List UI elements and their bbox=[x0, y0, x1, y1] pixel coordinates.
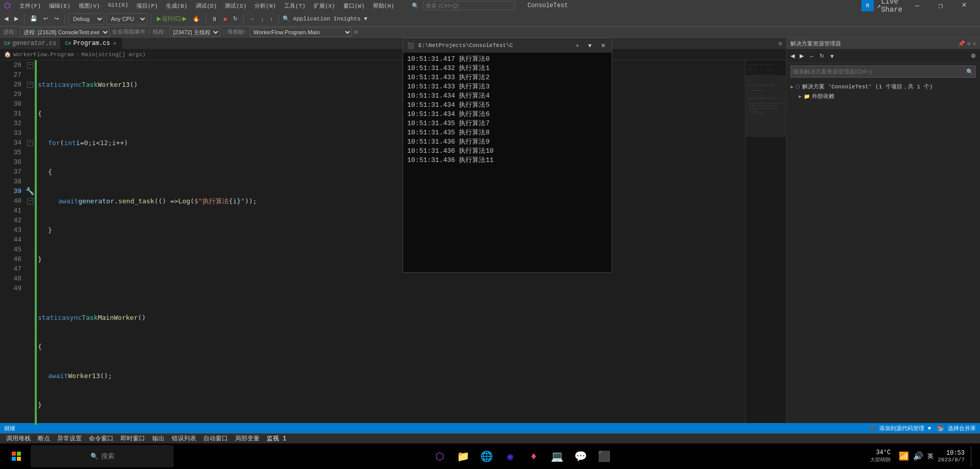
volume-icon[interactable]: 🔊 bbox=[913, 451, 923, 461]
live-share-btn[interactable]: ↗ Live Share bbox=[878, 0, 901, 11]
tab-command[interactable]: 命令窗口 bbox=[87, 433, 115, 444]
taskbar-powershell[interactable]: ⬛ bbox=[594, 445, 615, 467]
tab-breakpoints[interactable]: 断点 bbox=[36, 433, 52, 444]
tab-watch[interactable]: 监视 1 bbox=[265, 433, 288, 444]
fold-28[interactable]: − bbox=[27, 82, 33, 88]
tab-locals[interactable]: 局部变量 bbox=[233, 433, 262, 444]
console-dropdown-btn[interactable]: ▼ bbox=[585, 40, 595, 51]
code-content[interactable]: static async Task Worker13() { for (int … bbox=[36, 60, 745, 425]
attach-btn[interactable]: 🔥 bbox=[191, 13, 202, 25]
tab-close-btn[interactable]: ✕ bbox=[112, 40, 117, 47]
lang-indicator[interactable]: 英 bbox=[927, 452, 934, 461]
se-search-box[interactable]: 🔍 bbox=[790, 65, 976, 78]
taskbar-git[interactable]: ♦ bbox=[524, 445, 544, 467]
menu-git[interactable]: Git(G) bbox=[105, 2, 131, 10]
menu-test[interactable]: 测试(S) bbox=[222, 2, 249, 10]
menu-analyze[interactable]: 分析(N) bbox=[251, 2, 279, 10]
tab-output[interactable]: 输出 bbox=[150, 433, 167, 444]
tab-program-cs[interactable]: C# Program.cs ✕ bbox=[61, 38, 122, 49]
se-forward-btn[interactable]: ▶ bbox=[798, 51, 806, 62]
stack-dropdown[interactable]: WorkerFlow.Program.Main bbox=[250, 28, 352, 37]
minimap[interactable]: static async Task Worker13() { for (int … bbox=[745, 60, 786, 425]
start-button[interactable] bbox=[6, 445, 27, 467]
tab-generator-cs[interactable]: C# generator.cs bbox=[0, 38, 61, 49]
console-close-btn[interactable]: ✕ bbox=[599, 40, 608, 51]
pause-btn[interactable]: ⏸ bbox=[209, 13, 219, 25]
taskbar-chat[interactable]: 💬 bbox=[571, 445, 591, 467]
menu-edit[interactable]: 编辑(E) bbox=[46, 2, 74, 10]
taskbar-file-manager[interactable]: 📁 bbox=[453, 445, 474, 467]
maximize-btn[interactable]: ❐ bbox=[929, 0, 952, 11]
toolbar: ◀ ▶ 💾 ↩ ↪ Debug Any CPU ▶ 运行(C) ▶ 🔥 ⏸ ■ … bbox=[0, 11, 980, 27]
minimize-btn[interactable]: — bbox=[905, 0, 929, 11]
toolbar-sep-1 bbox=[24, 14, 25, 24]
tab-autos[interactable]: 自动窗口 bbox=[201, 433, 230, 444]
tab-immediate[interactable]: 即时窗口 bbox=[119, 433, 147, 444]
step-out-btn[interactable]: ↑ bbox=[268, 13, 275, 25]
console-new-tab-btn[interactable]: + bbox=[574, 40, 581, 51]
thread-dropdown[interactable]: [23472] 主线程 bbox=[170, 28, 220, 37]
select-repo-btn[interactable]: 📚 选择合并库 bbox=[937, 425, 976, 432]
fold-40[interactable]: − bbox=[27, 198, 33, 204]
search-button[interactable]: 🔍 搜索 bbox=[31, 445, 174, 467]
menu-view[interactable]: 视图(V) bbox=[76, 2, 103, 10]
stop-btn[interactable]: ■ bbox=[221, 13, 229, 25]
stack-settings-icon[interactable]: ⚙ bbox=[354, 29, 358, 35]
se-refresh-btn[interactable]: ↻ bbox=[818, 51, 826, 62]
redo-btn[interactable]: ↪ bbox=[52, 13, 61, 25]
fold-34[interactable]: − bbox=[27, 140, 33, 146]
lifecycle-btn[interactable]: 生命周期事件 bbox=[112, 28, 146, 36]
debug-mode-dropdown[interactable]: Debug bbox=[68, 13, 104, 25]
se-external-deps[interactable]: ▶ 📁 外部依赖 bbox=[786, 91, 980, 101]
code-editor[interactable]: 26 27 28 29 30 31 32 33 34 35 36 37 38 3… bbox=[0, 60, 786, 425]
global-search-input[interactable] bbox=[423, 1, 515, 10]
menu-help[interactable]: 帮助(H) bbox=[370, 2, 398, 10]
search-icon: 🔍 bbox=[90, 453, 98, 460]
step-into-btn[interactable]: ↓ bbox=[259, 13, 266, 25]
menu-build[interactable]: 生成(B) bbox=[163, 2, 191, 10]
taskbar-terminal[interactable]: 💻 bbox=[547, 445, 568, 467]
fold-26[interactable]: − bbox=[27, 62, 33, 68]
se-close-btn[interactable]: ✕ bbox=[972, 40, 976, 47]
tab-error-list[interactable]: 错误列表 bbox=[170, 433, 198, 444]
weather-widget: 34°C 大部晴朗 bbox=[870, 449, 891, 463]
add-source-control-btn[interactable]: ➕ 添加到源代码管理 ▼ bbox=[869, 425, 931, 432]
taskbar-edge[interactable]: 🌐 bbox=[477, 445, 497, 467]
se-filter-btn[interactable]: ▼ bbox=[827, 51, 837, 62]
se-settings-btn[interactable]: ⚙ bbox=[967, 40, 971, 47]
save-btn[interactable]: 💾 bbox=[28, 13, 39, 25]
back-btn[interactable]: ◀ bbox=[2, 13, 10, 25]
clock: 10:53 2023/8/7 bbox=[938, 450, 965, 463]
se-search-input[interactable] bbox=[793, 68, 966, 75]
tab-settings-btn[interactable]: ⚙ bbox=[775, 38, 786, 49]
se-back-btn[interactable]: ◀ bbox=[788, 51, 797, 62]
menu-tools[interactable]: 工具(T) bbox=[281, 2, 309, 10]
se-solution-item[interactable]: ▶ ⬡ 解决方案 'ConsoleTest' (1 个项目，共 1 个) bbox=[786, 82, 980, 91]
taskbar-dotnet[interactable]: ◉ bbox=[500, 445, 521, 467]
cpu-dropdown[interactable]: Any CPU bbox=[106, 13, 147, 25]
menu-window[interactable]: 窗口(W) bbox=[340, 2, 368, 10]
tab-exceptions[interactable]: 异常设置 bbox=[55, 433, 84, 444]
restart-btn[interactable]: ↻ bbox=[231, 13, 240, 25]
show-desktop-btn[interactable] bbox=[971, 446, 974, 466]
step-over-btn[interactable]: → bbox=[247, 13, 257, 25]
close-btn[interactable]: × bbox=[952, 0, 976, 11]
network-icon[interactable]: 📶 bbox=[899, 451, 909, 461]
se-props-btn[interactable]: ⚙ bbox=[969, 51, 978, 62]
se-pin-btn[interactable]: 📌 bbox=[958, 40, 965, 47]
console-output[interactable]: 10:51:31.417 执行算法0 10:51:31.432 执行算法1 10… bbox=[403, 53, 612, 272]
menu-debug[interactable]: 调试(D) bbox=[193, 2, 220, 10]
process-dropdown[interactable]: 进程: [21628] ConsoleTest.exe bbox=[20, 28, 110, 37]
se-sync-btn[interactable]: ↔ bbox=[807, 51, 816, 62]
path-bar: 🏠 WorkerFlow.Program › Main(string[] arg… bbox=[0, 49, 786, 60]
tab-call-stack[interactable]: 调用堆栈 bbox=[4, 433, 33, 444]
run-btn[interactable]: ▶ 运行(C) ▶ bbox=[155, 13, 189, 25]
minimap-viewport bbox=[745, 76, 786, 137]
menu-project[interactable]: 项目(P) bbox=[133, 2, 161, 10]
forward-btn[interactable]: ▶ bbox=[12, 13, 20, 25]
menu-extensions[interactable]: 扩展(X) bbox=[311, 2, 338, 10]
menu-file[interactable]: 文件(F) bbox=[16, 2, 44, 10]
user-icon[interactable]: R bbox=[861, 0, 874, 11]
taskbar-visual-studio[interactable]: ⬡ bbox=[430, 445, 450, 467]
undo-btn[interactable]: ↩ bbox=[41, 13, 50, 25]
